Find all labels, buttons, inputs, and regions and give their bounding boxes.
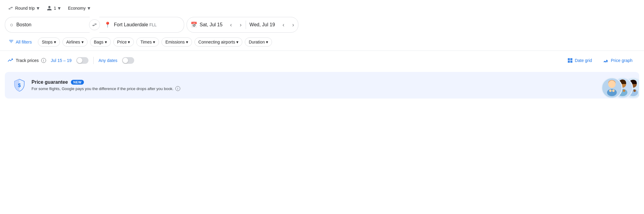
price-graph-button[interactable]: Price graph: [599, 55, 637, 66]
depart-date-value: Sat, Jul 15: [200, 22, 223, 28]
track-prices-text: Track prices: [16, 58, 39, 63]
price-guarantee-title: Price guarantee NEW: [32, 79, 632, 85]
price-graph-icon: [603, 57, 609, 63]
right-actions: Date grid Price graph: [563, 55, 637, 66]
duration-chevron-icon: ▾: [266, 40, 268, 44]
return-next-button[interactable]: ›: [288, 20, 298, 30]
search-row: ○ Boston 📍 Fort Lauderdale FLL 📅 Sat, Ju…: [0, 15, 644, 34]
times-filter-button[interactable]: Times ▾: [136, 37, 159, 47]
route-wrapper: ○ Boston 📍 Fort Lauderdale FLL: [5, 17, 184, 33]
svg-text:$: $: [18, 83, 21, 88]
return-date-value: Wed, Jul 19: [250, 22, 275, 28]
price-guarantee-content: Price guarantee NEW For some flights, Go…: [32, 79, 632, 91]
svg-point-5: [609, 89, 612, 92]
airlines-chevron-icon: ▾: [81, 40, 84, 44]
trip-type-chevron-icon: ▾: [37, 5, 39, 11]
pg-illustrations: [601, 77, 639, 99]
class-label: Economy: [68, 6, 85, 11]
price-guarantee-banner: $ Price guarantee NEW For some flights, …: [5, 72, 639, 99]
passengers-chevron-icon: ▾: [58, 5, 61, 11]
date-section: 📅 Sat, Jul 15 ‹ › Wed, Jul 19 ‹ ›: [187, 17, 298, 33]
main-divider: [0, 50, 644, 51]
swap-button[interactable]: [89, 19, 100, 30]
new-badge: NEW: [71, 80, 84, 85]
track-dates-label: Jul 15 – 19: [51, 58, 72, 63]
track-dates-toggle[interactable]: [76, 57, 88, 64]
emissions-filter-label: Emissions: [165, 40, 185, 44]
connecting-airports-filter-button[interactable]: Connecting airports ▾: [194, 37, 242, 47]
price-guarantee-description: For some flights, Google pays you the di…: [32, 86, 632, 91]
svg-point-4: [607, 89, 617, 96]
dest-code: FLL: [149, 22, 157, 27]
filter-icon: [8, 39, 14, 45]
any-dates-toggle-knob: [123, 58, 128, 63]
class-chevron-icon: ▾: [88, 5, 90, 11]
times-filter-label: Times: [140, 40, 152, 44]
price-guarantee-desc-text: For some flights, Google pays you the di…: [32, 86, 174, 91]
svg-point-14: [633, 89, 636, 92]
price-filter-button[interactable]: Price ▾: [113, 37, 134, 47]
date-grid-icon: [567, 57, 573, 63]
svg-point-6: [612, 89, 615, 92]
person-1-avatar: [601, 77, 622, 99]
track-prices-row: Track prices i Jul 15 – 19 Any dates Dat…: [0, 52, 644, 69]
any-dates-toggle[interactable]: [122, 57, 134, 64]
price-guarantee-info-icon[interactable]: i: [175, 86, 180, 91]
all-filters-button[interactable]: All filters: [5, 37, 35, 47]
origin-value: Boston: [16, 22, 32, 28]
calendar-icon: 📅: [191, 21, 197, 28]
price-chevron-icon: ▾: [128, 40, 130, 44]
depart-prev-button[interactable]: ‹: [226, 20, 236, 30]
connecting-airports-chevron-icon: ▾: [236, 40, 238, 44]
class-button[interactable]: Economy ▾: [65, 3, 93, 13]
track-info-icon[interactable]: i: [41, 58, 46, 63]
times-chevron-icon: ▾: [153, 40, 155, 44]
destination-field[interactable]: 📍 Fort Lauderdale FLL: [99, 17, 184, 33]
origin-dot-icon: ○: [10, 22, 13, 28]
round-trip-icon: [8, 5, 13, 11]
passengers-button[interactable]: 1 ▾: [44, 3, 64, 13]
duration-filter-button[interactable]: Duration ▾: [245, 37, 272, 47]
price-filter-label: Price: [117, 40, 127, 44]
depart-date-field[interactable]: 📅 Sat, Jul 15: [187, 17, 226, 32]
airlines-filter-button[interactable]: Airlines ▾: [62, 37, 88, 47]
any-dates-label[interactable]: Any dates: [98, 58, 117, 63]
person-icon: [47, 5, 52, 11]
track-prices-label: Track prices i: [7, 57, 46, 64]
duration-filter-label: Duration: [249, 40, 265, 44]
emissions-filter-button[interactable]: Emissions ▾: [161, 37, 192, 47]
trip-type-label: Round trip: [15, 6, 35, 11]
top-bar: Round trip ▾ 1 ▾ Economy ▾: [0, 0, 644, 15]
swap-icon: [92, 22, 97, 28]
stops-filter-button[interactable]: Stops ▾: [38, 37, 60, 47]
trip-type-button[interactable]: Round trip ▾: [5, 3, 42, 13]
connecting-airports-filter-label: Connecting airports: [198, 40, 235, 44]
bags-filter-button[interactable]: Bags ▾: [90, 37, 111, 47]
svg-point-10: [623, 89, 625, 92]
filters-row: All filters Stops ▾ Airlines ▾ Bags ▾ Pr…: [0, 34, 644, 49]
trending-up-icon: [7, 57, 13, 64]
origin-field[interactable]: ○ Boston: [5, 17, 90, 33]
return-prev-button[interactable]: ‹: [279, 20, 288, 30]
date-grid-button[interactable]: Date grid: [563, 55, 596, 66]
airlines-filter-label: Airlines: [66, 40, 80, 44]
all-filters-label: All filters: [16, 40, 32, 44]
price-guarantee-title-text: Price guarantee: [32, 79, 68, 85]
depart-next-button[interactable]: ›: [236, 20, 246, 30]
track-separator: [93, 57, 94, 64]
price-graph-label: Price graph: [611, 58, 632, 63]
dest-value: Fort Lauderdale: [114, 22, 148, 28]
passengers-label: 1: [54, 6, 56, 11]
date-grid-label: Date grid: [575, 58, 592, 63]
stops-filter-label: Stops: [42, 40, 53, 44]
svg-point-2: [608, 80, 616, 88]
emissions-chevron-icon: ▾: [186, 40, 188, 44]
price-guarantee-shield-icon: $: [12, 78, 27, 92]
dest-pin-icon: 📍: [104, 21, 111, 28]
stops-chevron-icon: ▾: [54, 40, 56, 44]
bags-filter-label: Bags: [94, 40, 104, 44]
bags-chevron-icon: ▾: [105, 40, 107, 44]
track-dates-toggle-knob: [77, 58, 82, 63]
return-date-field[interactable]: Wed, Jul 19: [246, 17, 279, 32]
